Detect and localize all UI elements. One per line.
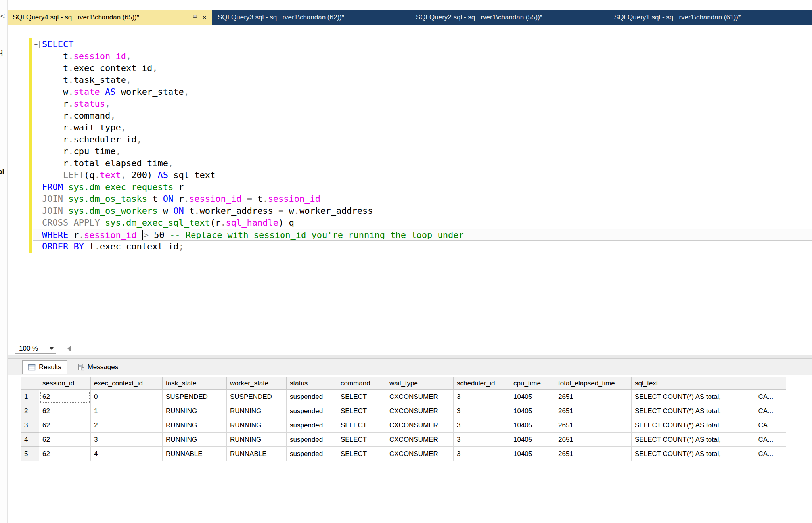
collapsed-panel-strip[interactable]: < q bl	[0, 0, 8, 523]
code-line[interactable]: r.status,	[33, 98, 812, 110]
grid-cell[interactable]: SELECT COUNT(*) AS total, CA...	[632, 390, 786, 404]
grid-column-header[interactable]: total_elapsed_time	[555, 377, 632, 390]
code-line[interactable]: w.state AS worker_state,	[33, 86, 812, 98]
code-line[interactable]: t.session_id,	[33, 50, 812, 62]
grid-cell[interactable]: suspended	[287, 404, 337, 418]
grid-cell[interactable]: SELECT COUNT(*) AS total, CA...	[632, 418, 786, 433]
tab-scroll-chevron-icon[interactable]: <	[0, 12, 5, 21]
code-line[interactable]: r.wait_type,	[33, 122, 812, 134]
grid-cell[interactable]: suspended	[287, 447, 337, 461]
grid-cell[interactable]: CXCONSUMER	[386, 404, 454, 418]
grid-column-header[interactable]: worker_state	[227, 377, 287, 390]
grid-cell[interactable]: 62	[39, 390, 91, 404]
grid-cell[interactable]: 2651	[555, 390, 632, 404]
grid-cell[interactable]: RUNNING	[227, 418, 287, 433]
code-line[interactable]: r.scheduler_id,	[33, 134, 812, 146]
grid-corner-cell[interactable]	[21, 377, 39, 390]
grid-cell[interactable]: 4	[91, 447, 163, 461]
document-tab[interactable]: SQLQuery1.sql - sq...rver1\chandan (61))…	[609, 10, 807, 25]
grid-cell[interactable]: 3	[454, 447, 510, 461]
grid-cell[interactable]: SELECT COUNT(*) AS total, CA...	[632, 447, 786, 461]
document-tab[interactable]: SQLQuery4.sql - sq...rver1\chandan (65))…	[7, 10, 212, 25]
sql-editor[interactable]: −SELECT t.session_id, t.exec_context_id,…	[7, 25, 812, 342]
grid-cell[interactable]: 62	[39, 418, 91, 433]
grid-cell[interactable]: 62	[39, 404, 91, 418]
grid-cell[interactable]: RUNNING	[227, 404, 287, 418]
grid-cell[interactable]: 3	[454, 418, 510, 433]
grid-cell[interactable]: 62	[39, 433, 91, 447]
row-number-cell[interactable]: 3	[21, 418, 39, 433]
grid-cell[interactable]: CXCONSUMER	[386, 447, 454, 461]
code-line[interactable]: r.total_elapsed_time,	[33, 157, 812, 169]
grid-cell[interactable]: 2651	[555, 433, 632, 447]
code-line[interactable]: JOIN sys.dm_os_tasks t ON r.session_id =…	[33, 193, 812, 205]
grid-cell[interactable]: 10405	[510, 433, 555, 447]
pane-splitter[interactable]	[0, 355, 812, 358]
grid-cell[interactable]: 10405	[510, 418, 555, 433]
grid-cell[interactable]: SUSPENDED	[163, 390, 227, 404]
grid-cell[interactable]: 62	[39, 447, 91, 461]
code-line[interactable]: LEFT(q.text, 200) AS sql_text	[33, 169, 812, 181]
code-line[interactable]: JOIN sys.dm_os_workers w ON t.worker_add…	[33, 205, 812, 217]
grid-cell[interactable]: SELECT COUNT(*) AS total, CA...	[632, 433, 786, 447]
grid-cell[interactable]: SELECT	[337, 390, 386, 404]
scroll-left-icon[interactable]	[67, 346, 71, 351]
code-line[interactable]: WHERE r.session_id > 50 -- Replace with …	[33, 229, 812, 241]
grid-column-header[interactable]: status	[287, 377, 337, 390]
grid-column-header[interactable]: sql_text	[632, 377, 786, 390]
grid-cell[interactable]: 2651	[555, 404, 632, 418]
row-number-cell[interactable]: 5	[21, 447, 39, 461]
grid-cell[interactable]: 10405	[510, 447, 555, 461]
zoom-select[interactable]: 100 %	[15, 343, 56, 354]
code-line[interactable]: −SELECT	[33, 38, 812, 50]
code-line[interactable]: r.cpu_time,	[33, 146, 812, 157]
grid-column-header[interactable]: wait_type	[386, 377, 454, 390]
grid-cell[interactable]: 2651	[555, 447, 632, 461]
zoom-dropdown-button[interactable]	[47, 343, 56, 353]
grid-cell[interactable]: suspended	[287, 418, 337, 433]
grid-cell[interactable]: 2651	[555, 418, 632, 433]
grid-column-header[interactable]: exec_context_id	[91, 377, 163, 390]
row-number-cell[interactable]: 1	[21, 390, 39, 404]
code-line[interactable]: t.exec_context_id,	[33, 62, 812, 74]
grid-cell[interactable]: CXCONSUMER	[386, 390, 454, 404]
grid-cell[interactable]: SELECT	[337, 404, 386, 418]
grid-cell[interactable]: SELECT	[337, 447, 386, 461]
row-number-cell[interactable]: 2	[21, 404, 39, 418]
grid-cell[interactable]: 3	[454, 390, 510, 404]
grid-cell[interactable]: CXCONSUMER	[386, 433, 454, 447]
grid-cell[interactable]: RUNNING	[163, 433, 227, 447]
grid-cell[interactable]: SELECT	[337, 418, 386, 433]
row-number-cell[interactable]: 4	[21, 433, 39, 447]
grid-column-header[interactable]: task_state	[163, 377, 227, 390]
grid-cell[interactable]: SELECT COUNT(*) AS total, CA...	[632, 404, 786, 418]
grid-cell[interactable]: SUSPENDED	[227, 390, 287, 404]
grid-cell[interactable]: suspended	[287, 390, 337, 404]
code-line[interactable]: r.command,	[33, 110, 812, 122]
code-line[interactable]: ORDER BY t.exec_context_id;	[33, 241, 812, 253]
document-tab[interactable]: SQLQuery3.sql - sq...rver1\chandan (62))…	[212, 10, 410, 25]
grid-column-header[interactable]: cpu_time	[510, 377, 555, 390]
grid-cell[interactable]: RUNNABLE	[163, 447, 227, 461]
grid-cell[interactable]: CXCONSUMER	[386, 418, 454, 433]
grid-cell[interactable]: RUNNING	[227, 433, 287, 447]
grid-cell[interactable]: RUNNING	[163, 404, 227, 418]
grid-cell[interactable]: 1	[91, 404, 163, 418]
grid-column-header[interactable]: scheduler_id	[454, 377, 510, 390]
grid-cell[interactable]: 2	[91, 418, 163, 433]
document-tab[interactable]: SQLQuery2.sql - sq...rver1\chandan (55))…	[410, 10, 609, 25]
code-line[interactable]: t.task_state,	[33, 74, 812, 86]
code-line[interactable]: FROM sys.dm_exec_requests r	[33, 181, 812, 193]
grid-column-header[interactable]: session_id	[39, 377, 91, 390]
grid-cell[interactable]: 10405	[510, 390, 555, 404]
grid-cell[interactable]: RUNNING	[163, 418, 227, 433]
grid-cell[interactable]: suspended	[287, 433, 337, 447]
grid-cell[interactable]: 3	[454, 404, 510, 418]
grid-cell[interactable]: 0	[91, 390, 163, 404]
close-tab-icon[interactable]: ×	[202, 13, 207, 21]
pin-icon[interactable]	[192, 14, 198, 21]
grid-cell[interactable]: 10405	[510, 404, 555, 418]
grid-cell[interactable]: RUNNABLE	[227, 447, 287, 461]
grid-cell[interactable]: SELECT	[337, 433, 386, 447]
grid-column-header[interactable]: command	[337, 377, 386, 390]
